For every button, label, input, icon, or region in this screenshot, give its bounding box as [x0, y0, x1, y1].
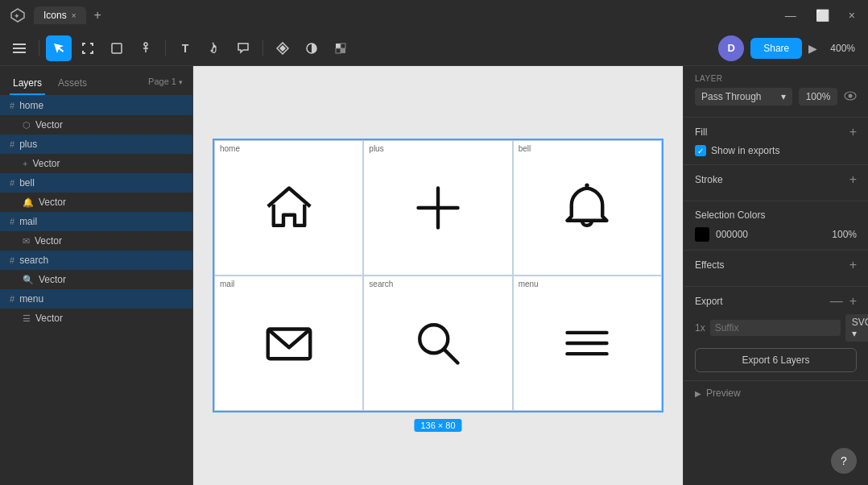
- layer-label: LAYER: [695, 74, 857, 83]
- icon-cell-mail[interactable]: mail: [214, 276, 363, 411]
- svg-rect-19: [336, 48, 341, 53]
- selection-colors-title: Selection Colors: [695, 209, 765, 221]
- stroke-section: Stroke +: [684, 165, 868, 201]
- toolbar-right: D Share ▶ 400%: [718, 35, 862, 61]
- color-opacity-value: 100%: [832, 229, 857, 240]
- svg-rect-16: [336, 44, 341, 48]
- play-button[interactable]: ▶: [808, 42, 817, 55]
- layer-item-search-vector[interactable]: 🔍 Vector: [0, 270, 192, 289]
- opacity-input[interactable]: 100%: [799, 88, 837, 106]
- export-section: Export — + 1x SVG ▾ ••• Export 6 Layers: [684, 287, 868, 381]
- layer-item-search[interactable]: # search: [0, 251, 192, 270]
- effects-title: Effects: [695, 259, 724, 271]
- preview-chevron-icon: ▶: [695, 389, 701, 398]
- layer-item-bell-vector[interactable]: 🔔 Vector: [0, 193, 192, 212]
- svg-rect-3: [13, 48, 26, 49]
- pen-tool-btn[interactable]: [133, 35, 159, 61]
- group-icon-menu: #: [10, 294, 14, 304]
- export-suffix-input[interactable]: [710, 320, 841, 336]
- icon-cell-search[interactable]: search: [363, 276, 512, 411]
- hand-tool-btn[interactable]: [201, 35, 227, 61]
- select-tool-btn[interactable]: [46, 35, 72, 61]
- text-tool-btn[interactable]: T: [172, 35, 198, 61]
- component-btn[interactable]: [270, 35, 296, 61]
- share-button[interactable]: Share: [750, 38, 802, 59]
- main-content: Layers Assets Page 1 ▾ # home ⬡ Vector #: [0, 66, 868, 485]
- plus-icon: [410, 180, 466, 236]
- contrast-btn[interactable]: [299, 35, 324, 61]
- vector-icon-bell: 🔔: [23, 197, 34, 208]
- icon-cell-plus[interactable]: plus: [363, 140, 512, 276]
- layer-item-home-vector[interactable]: ⬡ Vector: [0, 115, 192, 135]
- layer-item-menu[interactable]: # menu: [0, 289, 192, 309]
- svg-rect-9: [82, 43, 84, 46]
- menu-hamburger-icon: [559, 315, 615, 371]
- export-layers-btn[interactable]: Export 6 Layers: [695, 348, 857, 372]
- canvas[interactable]: home plus bell: [193, 66, 683, 485]
- selection-colors-section: Selection Colors 000000 100%: [684, 201, 868, 251]
- vector-icon-plus: +: [23, 159, 27, 168]
- icon-label-menu: menu: [519, 280, 539, 288]
- visibility-toggle[interactable]: [844, 89, 857, 105]
- layer-item-plus-vector[interactable]: + Vector: [0, 154, 192, 173]
- layers-tab[interactable]: Layers: [10, 73, 45, 95]
- layer-item-mail-vector[interactable]: ✉ Vector: [0, 231, 192, 251]
- zoom-control[interactable]: 400%: [824, 39, 862, 57]
- icon-cell-menu[interactable]: menu: [513, 276, 662, 411]
- color-hex-value[interactable]: 000000: [716, 229, 825, 240]
- toolbar-separator-2: [165, 40, 166, 56]
- layer-item-bell[interactable]: # bell: [0, 173, 192, 193]
- svg-rect-10: [82, 51, 84, 54]
- user-avatar[interactable]: D: [718, 35, 744, 61]
- color-swatch[interactable]: [695, 227, 709, 242]
- export-add-btn[interactable]: +: [849, 295, 857, 308]
- svg-point-14: [144, 43, 147, 46]
- minimize-btn[interactable]: —: [779, 6, 803, 25]
- effects-add-btn[interactable]: +: [849, 259, 857, 272]
- layer-item-mail[interactable]: # mail: [0, 212, 192, 231]
- effects-section: Effects +: [684, 251, 868, 287]
- page-selector[interactable]: Page 1 ▾: [148, 77, 183, 86]
- size-badge: 136 × 80: [414, 419, 461, 432]
- fill-header: Fill +: [695, 126, 857, 139]
- help-button[interactable]: ?: [831, 448, 857, 474]
- maximize-btn[interactable]: ⬜: [809, 6, 836, 25]
- active-tab[interactable]: Icons ×: [34, 6, 86, 24]
- layer-item-plus[interactable]: # plus: [0, 135, 192, 154]
- layer-section: LAYER Pass Through ▾ 100%: [684, 66, 868, 118]
- new-tab-btn[interactable]: +: [94, 8, 101, 23]
- assets-tab[interactable]: Assets: [55, 73, 90, 95]
- icon-cell-bell[interactable]: bell: [513, 140, 662, 276]
- vector-icon-mail: ✉: [23, 236, 30, 247]
- toolbar-separator-1: [39, 40, 39, 56]
- icon-cell-home[interactable]: home: [214, 140, 363, 276]
- group-icon-bell: #: [10, 178, 14, 188]
- layer-item-home[interactable]: # home: [0, 96, 192, 115]
- frame-tool-btn[interactable]: [75, 35, 101, 61]
- svg-rect-13: [112, 44, 122, 53]
- stroke-add-btn[interactable]: +: [849, 173, 857, 186]
- comment-tool-btn[interactable]: [230, 35, 256, 61]
- group-icon: #: [10, 101, 14, 110]
- titlebar: ✦ Icons × + — ⬜ ×: [0, 0, 868, 31]
- export-header-btns: — +: [830, 295, 857, 308]
- close-btn[interactable]: ×: [842, 6, 862, 25]
- shape-tool-btn[interactable]: [104, 35, 130, 61]
- layer-item-menu-vector[interactable]: ☰ Vector: [0, 309, 192, 328]
- export-scale: 1x: [695, 322, 705, 334]
- svg-text:✦: ✦: [14, 12, 20, 20]
- show-exports-checkbox[interactable]: [695, 145, 706, 156]
- bell-icon: [559, 180, 615, 236]
- mail-icon: [261, 315, 317, 371]
- export-minus-btn[interactable]: —: [830, 295, 843, 308]
- tab-close-btn[interactable]: ×: [72, 11, 76, 20]
- fill-tool-btn[interactable]: [328, 35, 353, 61]
- vector-icon-search: 🔍: [23, 275, 34, 285]
- blend-mode-selector[interactable]: Pass Through ▾: [695, 88, 792, 106]
- stroke-title: Stroke: [695, 174, 723, 185]
- canvas-content: home plus bell: [213, 139, 663, 412]
- fill-add-btn[interactable]: +: [849, 126, 857, 139]
- preview-row[interactable]: ▶ Preview: [684, 381, 868, 405]
- export-format-selector[interactable]: SVG ▾: [845, 314, 868, 342]
- menu-toggle-btn[interactable]: [6, 35, 32, 61]
